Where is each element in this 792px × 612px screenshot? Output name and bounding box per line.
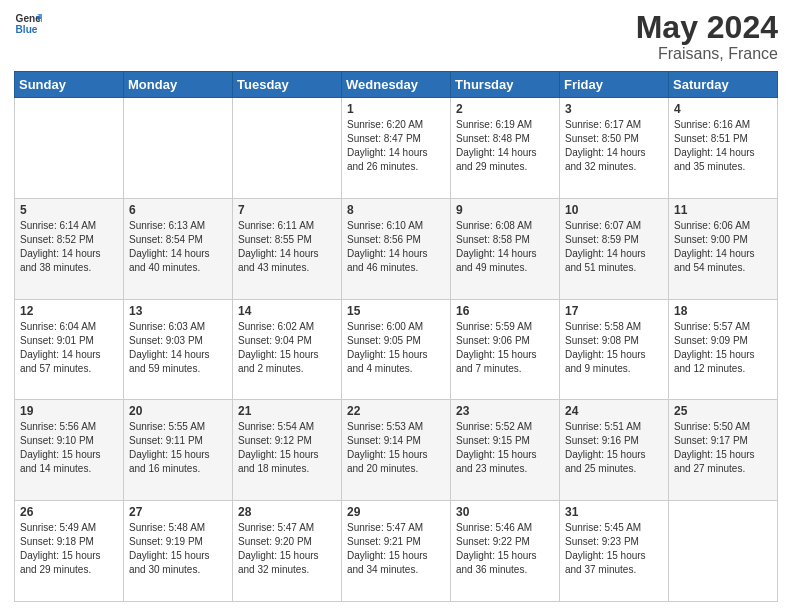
- day-number: 26: [20, 505, 119, 519]
- weekday-header-saturday: Saturday: [669, 72, 778, 98]
- cell-content: Sunrise: 5:45 AMSunset: 9:23 PMDaylight:…: [565, 521, 664, 577]
- daylight-text: Daylight: 15 hours and 4 minutes.: [347, 348, 446, 376]
- weekday-header-row: SundayMondayTuesdayWednesdayThursdayFrid…: [15, 72, 778, 98]
- sunrise-text: Sunrise: 5:55 AM: [129, 420, 228, 434]
- calendar-week-row: 19Sunrise: 5:56 AMSunset: 9:10 PMDayligh…: [15, 400, 778, 501]
- location-title: Fraisans, France: [636, 45, 778, 63]
- cell-content: Sunrise: 6:20 AMSunset: 8:47 PMDaylight:…: [347, 118, 446, 174]
- daylight-text: Daylight: 15 hours and 25 minutes.: [565, 448, 664, 476]
- sunrise-text: Sunrise: 6:02 AM: [238, 320, 337, 334]
- day-number: 1: [347, 102, 446, 116]
- cell-content: Sunrise: 6:04 AMSunset: 9:01 PMDaylight:…: [20, 320, 119, 376]
- calendar-cell: 5Sunrise: 6:14 AMSunset: 8:52 PMDaylight…: [15, 198, 124, 299]
- calendar-cell: 4Sunrise: 6:16 AMSunset: 8:51 PMDaylight…: [669, 98, 778, 199]
- sunset-text: Sunset: 8:47 PM: [347, 132, 446, 146]
- sunrise-text: Sunrise: 5:51 AM: [565, 420, 664, 434]
- cell-content: Sunrise: 6:16 AMSunset: 8:51 PMDaylight:…: [674, 118, 773, 174]
- cell-content: Sunrise: 5:53 AMSunset: 9:14 PMDaylight:…: [347, 420, 446, 476]
- calendar-cell: 18Sunrise: 5:57 AMSunset: 9:09 PMDayligh…: [669, 299, 778, 400]
- cell-content: Sunrise: 6:10 AMSunset: 8:56 PMDaylight:…: [347, 219, 446, 275]
- sunset-text: Sunset: 8:55 PM: [238, 233, 337, 247]
- sunrise-text: Sunrise: 5:47 AM: [347, 521, 446, 535]
- sunset-text: Sunset: 8:56 PM: [347, 233, 446, 247]
- sunrise-text: Sunrise: 6:14 AM: [20, 219, 119, 233]
- sunrise-text: Sunrise: 6:03 AM: [129, 320, 228, 334]
- sunset-text: Sunset: 8:50 PM: [565, 132, 664, 146]
- calendar-cell: 2Sunrise: 6:19 AMSunset: 8:48 PMDaylight…: [451, 98, 560, 199]
- daylight-text: Daylight: 15 hours and 12 minutes.: [674, 348, 773, 376]
- calendar-cell: 11Sunrise: 6:06 AMSunset: 9:00 PMDayligh…: [669, 198, 778, 299]
- weekday-header-wednesday: Wednesday: [342, 72, 451, 98]
- svg-text:Blue: Blue: [16, 24, 38, 35]
- calendar-cell: 23Sunrise: 5:52 AMSunset: 9:15 PMDayligh…: [451, 400, 560, 501]
- calendar-cell: 7Sunrise: 6:11 AMSunset: 8:55 PMDaylight…: [233, 198, 342, 299]
- calendar-cell: [124, 98, 233, 199]
- cell-content: Sunrise: 6:08 AMSunset: 8:58 PMDaylight:…: [456, 219, 555, 275]
- sunrise-text: Sunrise: 5:57 AM: [674, 320, 773, 334]
- weekday-header-tuesday: Tuesday: [233, 72, 342, 98]
- sunrise-text: Sunrise: 5:59 AM: [456, 320, 555, 334]
- sunrise-text: Sunrise: 6:16 AM: [674, 118, 773, 132]
- calendar-cell: 13Sunrise: 6:03 AMSunset: 9:03 PMDayligh…: [124, 299, 233, 400]
- calendar-week-row: 5Sunrise: 6:14 AMSunset: 8:52 PMDaylight…: [15, 198, 778, 299]
- day-number: 30: [456, 505, 555, 519]
- daylight-text: Daylight: 15 hours and 29 minutes.: [20, 549, 119, 577]
- day-number: 3: [565, 102, 664, 116]
- sunset-text: Sunset: 8:59 PM: [565, 233, 664, 247]
- cell-content: Sunrise: 5:58 AMSunset: 9:08 PMDaylight:…: [565, 320, 664, 376]
- cell-content: Sunrise: 5:47 AMSunset: 9:21 PMDaylight:…: [347, 521, 446, 577]
- daylight-text: Daylight: 15 hours and 9 minutes.: [565, 348, 664, 376]
- cell-content: Sunrise: 5:47 AMSunset: 9:20 PMDaylight:…: [238, 521, 337, 577]
- daylight-text: Daylight: 15 hours and 32 minutes.: [238, 549, 337, 577]
- day-number: 25: [674, 404, 773, 418]
- cell-content: Sunrise: 5:46 AMSunset: 9:22 PMDaylight:…: [456, 521, 555, 577]
- calendar-table: SundayMondayTuesdayWednesdayThursdayFrid…: [14, 71, 778, 602]
- title-block: May 2024 Fraisans, France: [636, 10, 778, 63]
- day-number: 20: [129, 404, 228, 418]
- sunset-text: Sunset: 9:06 PM: [456, 334, 555, 348]
- calendar-week-row: 26Sunrise: 5:49 AMSunset: 9:18 PMDayligh…: [15, 501, 778, 602]
- daylight-text: Daylight: 14 hours and 49 minutes.: [456, 247, 555, 275]
- calendar-cell: 12Sunrise: 6:04 AMSunset: 9:01 PMDayligh…: [15, 299, 124, 400]
- day-number: 10: [565, 203, 664, 217]
- sunrise-text: Sunrise: 6:17 AM: [565, 118, 664, 132]
- sunset-text: Sunset: 9:03 PM: [129, 334, 228, 348]
- daylight-text: Daylight: 15 hours and 23 minutes.: [456, 448, 555, 476]
- daylight-text: Daylight: 15 hours and 2 minutes.: [238, 348, 337, 376]
- day-number: 13: [129, 304, 228, 318]
- daylight-text: Daylight: 14 hours and 54 minutes.: [674, 247, 773, 275]
- calendar-cell: [15, 98, 124, 199]
- sunset-text: Sunset: 9:12 PM: [238, 434, 337, 448]
- sunrise-text: Sunrise: 5:56 AM: [20, 420, 119, 434]
- sunrise-text: Sunrise: 6:13 AM: [129, 219, 228, 233]
- calendar-cell: 31Sunrise: 5:45 AMSunset: 9:23 PMDayligh…: [560, 501, 669, 602]
- daylight-text: Daylight: 14 hours and 35 minutes.: [674, 146, 773, 174]
- daylight-text: Daylight: 15 hours and 30 minutes.: [129, 549, 228, 577]
- logo: General Blue: [14, 10, 42, 38]
- weekday-header-friday: Friday: [560, 72, 669, 98]
- weekday-header-thursday: Thursday: [451, 72, 560, 98]
- daylight-text: Daylight: 14 hours and 38 minutes.: [20, 247, 119, 275]
- cell-content: Sunrise: 6:00 AMSunset: 9:05 PMDaylight:…: [347, 320, 446, 376]
- header: General Blue May 2024 Fraisans, France: [14, 10, 778, 63]
- cell-content: Sunrise: 5:57 AMSunset: 9:09 PMDaylight:…: [674, 320, 773, 376]
- daylight-text: Daylight: 14 hours and 43 minutes.: [238, 247, 337, 275]
- sunset-text: Sunset: 9:05 PM: [347, 334, 446, 348]
- sunset-text: Sunset: 9:14 PM: [347, 434, 446, 448]
- day-number: 18: [674, 304, 773, 318]
- cell-content: Sunrise: 6:13 AMSunset: 8:54 PMDaylight:…: [129, 219, 228, 275]
- sunset-text: Sunset: 8:51 PM: [674, 132, 773, 146]
- sunrise-text: Sunrise: 6:07 AM: [565, 219, 664, 233]
- sunset-text: Sunset: 8:48 PM: [456, 132, 555, 146]
- daylight-text: Daylight: 15 hours and 14 minutes.: [20, 448, 119, 476]
- sunrise-text: Sunrise: 5:48 AM: [129, 521, 228, 535]
- day-number: 5: [20, 203, 119, 217]
- sunset-text: Sunset: 9:16 PM: [565, 434, 664, 448]
- calendar-cell: 14Sunrise: 6:02 AMSunset: 9:04 PMDayligh…: [233, 299, 342, 400]
- daylight-text: Daylight: 15 hours and 7 minutes.: [456, 348, 555, 376]
- daylight-text: Daylight: 15 hours and 18 minutes.: [238, 448, 337, 476]
- day-number: 31: [565, 505, 664, 519]
- calendar-cell: 9Sunrise: 6:08 AMSunset: 8:58 PMDaylight…: [451, 198, 560, 299]
- sunset-text: Sunset: 8:54 PM: [129, 233, 228, 247]
- day-number: 24: [565, 404, 664, 418]
